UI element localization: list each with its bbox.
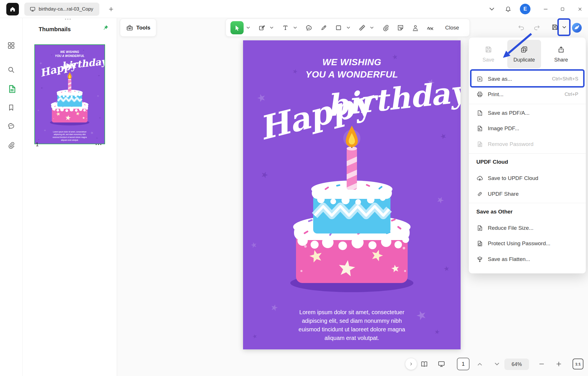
menu-item-image-pdf[interactable]: Image PDF...	[469, 121, 586, 136]
document-page[interactable]: WE WISHING YOU A WONDERFUL Happy birthda…	[35, 45, 104, 144]
undo-button[interactable]	[518, 24, 525, 31]
previous-page-button[interactable]	[476, 360, 484, 368]
zoom-level-display[interactable]: 64%	[504, 359, 529, 370]
comment-tool-button[interactable]	[304, 22, 314, 34]
panel-title: Thumbnails	[39, 26, 71, 33]
bell-icon	[505, 6, 512, 13]
text-icon	[282, 24, 289, 31]
menu-item-updf-share[interactable]: UPDF Share	[469, 186, 586, 202]
menu-save-button[interactable]: Save	[471, 40, 505, 68]
thumbnail-scaled-page: WE WISHING YOU A WONDERFUL Happy birthda…	[35, 45, 104, 144]
menu-item-protect-using-password[interactable]: Protect Using Password...	[469, 236, 586, 251]
updf-window: birthday-ca...ral-03_Copy E	[0, 0, 588, 376]
search-icon	[7, 66, 15, 74]
tools-button[interactable]: Tools	[120, 19, 156, 37]
menu-share-button[interactable]: Share	[544, 40, 578, 68]
zoom-in-button[interactable]	[554, 359, 563, 369]
panel-drag-handle[interactable]	[65, 19, 71, 20]
actual-size-button[interactable]: 1:1	[573, 359, 583, 369]
star-decoration	[43, 128, 46, 132]
book-icon	[420, 360, 428, 368]
select-tool-button[interactable]	[230, 21, 244, 34]
measure-tool-dropdown-icon[interactable]	[370, 27, 374, 29]
menu-item-save-as-pdfa[interactable]: A Save as PDF/A...	[469, 105, 586, 121]
sticker-tool-button[interactable]	[395, 22, 406, 34]
shape-tool-button[interactable]	[334, 22, 344, 34]
menu-item-save-as-flatten[interactable]: Save as Flatten...	[469, 252, 586, 267]
new-tab-button[interactable]	[106, 5, 116, 14]
menu-item-print[interactable]: Print... Ctrl+P	[469, 87, 586, 102]
thumbnails-panel: Thumbnails WE WISHING YOU A WONDERFUL	[23, 18, 117, 376]
link-icon	[476, 191, 483, 197]
page-number-input[interactable]	[457, 358, 469, 370]
menu-item-save-to-updf-cloud[interactable]: Save to UPDF Cloud	[469, 171, 586, 186]
main-toolbar: Close	[226, 19, 470, 37]
document-page[interactable]: WE WISHING YOU A WONDERFUL Happy birthda…	[243, 40, 461, 349]
ai-assistant-button[interactable]	[571, 22, 582, 33]
search-button[interactable]	[7, 66, 16, 74]
reading-mode-button[interactable]	[420, 359, 429, 369]
annotation-box-save-dropdown	[557, 18, 571, 36]
minimize-button[interactable]	[540, 4, 551, 14]
home-icon	[9, 6, 16, 13]
page-thumbnail[interactable]: WE WISHING YOU A WONDERFUL Happy birthda…	[34, 44, 105, 144]
menu-item-remove-password[interactable]: Remove Password	[469, 136, 586, 152]
thumbnails-tab-button[interactable]	[7, 83, 16, 92]
attach-tool-button[interactable]	[380, 22, 391, 34]
star-decoration	[255, 91, 268, 105]
menu-item-reduce-file-size[interactable]: Reduce File Size...	[469, 220, 586, 236]
pin-panel-button[interactable]	[102, 24, 110, 33]
select-tool-dropdown-icon[interactable]	[246, 27, 250, 29]
minus-icon	[538, 361, 545, 367]
menu-section-updf-cloud: UPDF Cloud	[476, 159, 508, 165]
printer-icon	[476, 91, 483, 98]
expand-statusbar-button[interactable]	[405, 358, 417, 370]
home-button[interactable]	[6, 3, 19, 15]
menu-duplicate-button[interactable]: Duplicate	[507, 40, 541, 68]
edit-tool-dropdown-icon[interactable]	[270, 27, 273, 29]
menu-save-label: Save	[482, 57, 494, 63]
menu-duplicate-label: Duplicate	[513, 57, 535, 63]
collapse-button[interactable]	[487, 4, 497, 14]
thumbnail-more-icon[interactable]	[96, 144, 101, 145]
star-decoration	[251, 332, 258, 340]
redo-button[interactable]	[533, 24, 540, 31]
sign-tool-button[interactable]	[410, 22, 421, 34]
pdfa-document-icon: A	[476, 110, 483, 116]
notifications-button[interactable]	[503, 4, 513, 14]
user-avatar[interactable]: E	[520, 4, 530, 14]
signature-icon	[426, 24, 434, 32]
close-button[interactable]: Close	[445, 25, 459, 31]
star-decoration	[90, 130, 94, 136]
menu-item-label: Reduce File Size...	[488, 225, 578, 231]
apps-grid-button[interactable]	[7, 41, 16, 50]
maximize-button[interactable]	[557, 4, 568, 14]
zoom-out-button[interactable]	[537, 359, 546, 369]
signature-tool-button[interactable]	[425, 22, 435, 34]
document-tab[interactable]: birthday-ca...ral-03_Copy	[24, 3, 99, 16]
card-heading-line1: WE WISHING	[243, 56, 461, 68]
flatten-layers-icon	[476, 256, 483, 263]
star-decoration	[269, 302, 279, 313]
presentation-mode-button[interactable]	[437, 359, 446, 369]
marker-tool-button[interactable]	[319, 22, 329, 34]
duplicate-icon	[520, 45, 528, 54]
edit-tool-button[interactable]	[257, 22, 267, 34]
measure-tool-button[interactable]	[357, 22, 367, 34]
compress-document-icon	[476, 225, 483, 231]
bookmarks-button[interactable]	[7, 104, 16, 112]
cake-illustration	[272, 112, 432, 295]
comment-icon	[7, 122, 15, 130]
menu-section-save-as-other: Save as Other	[476, 209, 513, 215]
thumbnail-page-number: 1	[36, 142, 39, 148]
ai-icon	[571, 22, 582, 33]
text-tool-button[interactable]	[280, 22, 291, 34]
svg-text:A: A	[479, 113, 481, 115]
attachments-button[interactable]	[7, 141, 16, 150]
comments-button[interactable]	[7, 122, 16, 130]
menu-item-label: Remove Password	[488, 141, 574, 147]
next-page-button[interactable]	[493, 360, 501, 368]
shape-tool-dropdown-icon[interactable]	[347, 27, 350, 29]
close-window-button[interactable]	[575, 4, 585, 14]
text-tool-dropdown-icon[interactable]	[293, 27, 297, 29]
